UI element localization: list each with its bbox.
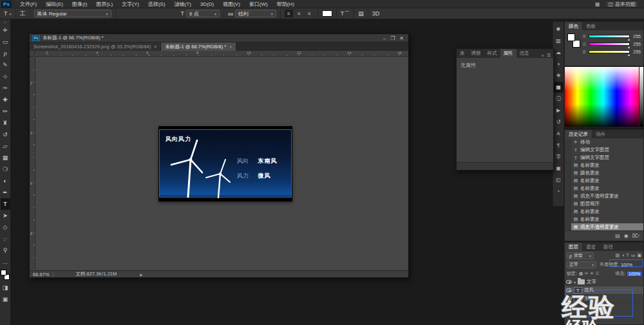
histogram-icon[interactable]: ▥ [554, 35, 564, 46]
pen-tool[interactable]: ✒ [1, 187, 10, 198]
filter-shape-icon[interactable]: ▭ [631, 253, 636, 258]
dodge-tool[interactable]: ◐ [1, 175, 10, 187]
tab-paths[interactable]: 路径 [600, 243, 617, 251]
color-swatches[interactable] [1, 270, 10, 280]
layer-name[interactable]: 文字 [587, 279, 596, 285]
filter-pixel-icon[interactable]: ▨ [616, 253, 620, 258]
adjustments-icon[interactable]: ◑ [554, 59, 564, 70]
document-title-bar[interactable]: Ps 未标题-1 @ 66.7%(RGB/8) * – ❐ ✕ [30, 34, 408, 42]
foreground-color-swatch[interactable] [567, 33, 575, 41]
grayscale-ramp[interactable] [639, 67, 643, 127]
lasso-tool[interactable]: ρ [1, 48, 10, 59]
tab-adjustments[interactable]: 调整 [468, 49, 484, 58]
info-icon[interactable]: ⓘ [554, 93, 564, 104]
visibility-eye-icon[interactable] [566, 288, 572, 292]
menu-type[interactable]: 文字(Y) [117, 0, 144, 8]
red-value[interactable]: 255 [632, 34, 641, 39]
layer-filter-select[interactable]: ρ 类型 ▾ [567, 252, 594, 259]
tab-actions[interactable]: 动作 [592, 130, 609, 138]
history-item[interactable]: ▤名称更改 [565, 185, 643, 192]
blur-tool[interactable]: ❍ [1, 163, 10, 175]
align-right-icon[interactable]: ≡ [305, 10, 314, 17]
restore-button[interactable]: ❐ [390, 35, 395, 41]
history-item[interactable]: ▤名称更改 [565, 216, 643, 223]
menu-3d[interactable]: 3D(D) [196, 0, 218, 8]
character-icon[interactable]: A [554, 128, 564, 139]
history-item[interactable]: T编辑文字图层 [565, 146, 643, 154]
swatches-icon[interactable]: ✺ [554, 24, 564, 35]
lock-position-icon[interactable]: ✛ [591, 271, 594, 276]
history-source-toggle[interactable] [565, 200, 571, 208]
history-item[interactable]: ▤名称更改 [565, 177, 643, 185]
character-styles-icon[interactable]: ▣ [554, 163, 564, 174]
lock-pixels-icon[interactable]: ✏ [585, 271, 588, 276]
green-value[interactable]: 255 [632, 42, 641, 46]
hand-tool[interactable]: ☞ [1, 233, 10, 245]
history-source-toggle[interactable] [565, 146, 571, 154]
green-slider[interactable]: ▲ [589, 42, 630, 46]
menu-image[interactable]: 图像(I) [68, 0, 92, 8]
screen-mode-button[interactable]: ▣ [1, 293, 10, 305]
collapse-panel-icon[interactable]: « [542, 53, 544, 58]
foreground-color-swatch[interactable] [1, 270, 6, 275]
tab-info[interactable]: 信息 [516, 49, 533, 58]
glyphs-icon[interactable]: 字 [554, 151, 564, 162]
history-source-toggle[interactable] [565, 185, 571, 192]
font-family-select[interactable]: 黑体 Regular ▾ [34, 10, 111, 17]
opacity-value[interactable]: 100% [621, 263, 632, 267]
styles-icon[interactable]: ❖ [554, 70, 564, 81]
gradient-tool[interactable]: ▦ [1, 152, 10, 163]
history-source-toggle[interactable] [565, 216, 571, 223]
crop-tool[interactable]: ⊹ [1, 71, 10, 82]
panel-menu-icon[interactable]: ☰ [547, 53, 551, 58]
document-tab-screenshot[interactable]: Screenshot_20180416-232929.png @ 33.3%(R… [30, 42, 161, 51]
visibility-eye-icon[interactable] [566, 297, 572, 301]
history-item[interactable]: ▤名称更改 [565, 162, 643, 169]
new-doc-from-state-icon[interactable]: ▤ [615, 233, 620, 239]
anti-alias-select[interactable]: 锐利 ▾ [235, 10, 276, 17]
eraser-tool[interactable]: ▱ [1, 140, 10, 152]
filter-adjustment-icon[interactable]: ◑ [621, 253, 624, 258]
blue-slider[interactable]: ▲ [589, 50, 630, 53]
move-tool[interactable]: ✛ [1, 24, 10, 36]
history-source-toggle[interactable] [565, 169, 571, 177]
visibility-eye-icon[interactable] [566, 280, 572, 284]
clone-stamp-tool[interactable]: ♜ [1, 117, 10, 129]
document-tab-untitled[interactable]: 未标题-1 @ 66.7%(RGB/8) * × [161, 42, 236, 51]
paragraph-styles-icon[interactable]: ◱ [554, 174, 564, 185]
history-item-selected[interactable]: ▤填充不透明度更改 [565, 223, 643, 230]
status-arrow-icon[interactable]: ▶ [140, 272, 143, 277]
layer-row-selected[interactable]: T 微风 [565, 286, 643, 295]
menu-filter[interactable]: 滤镜(T) [170, 0, 196, 8]
quick-mask-button[interactable]: ◨ [1, 282, 10, 293]
blue-slider-thumb[interactable]: ▲ [627, 53, 630, 57]
workspace-switcher[interactable]: ◫ 基本功能 [605, 1, 639, 8]
history-source-toggle[interactable] [565, 208, 571, 216]
grid-icon[interactable]: ▦ [595, 1, 600, 7]
toolbar-collapse-icon[interactable]: » [4, 19, 6, 24]
layer-row[interactable]: T 东南风 [565, 295, 643, 303]
zoom-level[interactable]: 66.67% [33, 272, 49, 277]
filter-smart-icon[interactable]: ▣ [637, 253, 641, 258]
threed-icon[interactable]: 3D [372, 10, 380, 17]
toggle-panels-icon[interactable]: ▤ [358, 10, 364, 17]
tab-color[interactable]: 颜色 [565, 22, 582, 30]
tab-layers[interactable]: 图层 [565, 243, 582, 251]
history-source-toggle[interactable] [565, 162, 571, 169]
warp-text-icon[interactable]: T⌒ [341, 10, 350, 18]
menu-edit[interactable]: 编辑(E) [41, 0, 68, 8]
history-source-toggle[interactable] [565, 177, 571, 185]
edit-toolbar-button[interactable]: … [1, 256, 10, 268]
history-brush-tool[interactable]: ↺ [1, 129, 10, 140]
blend-mode-select[interactable]: 正常 ▾ [567, 261, 596, 268]
lock-all-icon[interactable]: ⚿ [596, 271, 599, 276]
type-tool-preset-icon[interactable]: T [4, 10, 8, 17]
spot-healing-tool[interactable]: ✚ [1, 94, 10, 106]
layer-name[interactable]: 微风 [584, 287, 594, 293]
history-item[interactable]: ▤颜色更改 [565, 169, 643, 177]
paragraph-icon[interactable]: ¶ [554, 140, 564, 151]
font-size-select[interactable]: 6 点 ▾ [186, 10, 220, 17]
history-item[interactable]: ▤填充不透明度更改 [565, 192, 643, 200]
filter-type-icon[interactable]: T [626, 253, 629, 258]
tab-close-icon[interactable]: × [154, 44, 156, 49]
